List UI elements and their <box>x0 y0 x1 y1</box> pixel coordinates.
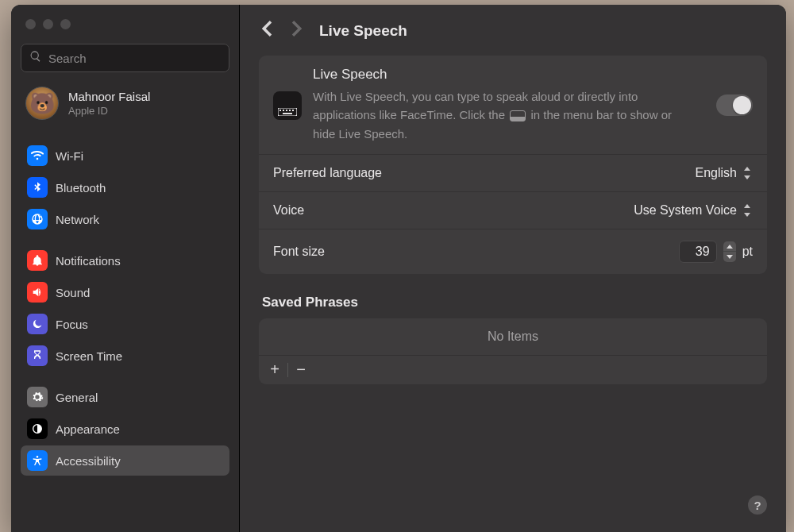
window-controls <box>21 16 229 37</box>
live-speech-toggle[interactable] <box>716 94 753 116</box>
sidebar-item-label: Network <box>56 213 99 226</box>
sidebar-item-notifications[interactable]: Notifications <box>21 245 229 276</box>
apple-id-row[interactable]: Mahnoor Faisal Apple ID <box>21 79 229 129</box>
content-area: Live Speech With Live Speech, you can ty… <box>240 56 786 403</box>
speaker-icon <box>27 282 48 303</box>
sidebar: Mahnoor Faisal Apple ID Wi-Fi Bluetooth <box>11 5 240 532</box>
sidebar-item-wifi[interactable]: Wi-Fi <box>21 141 229 171</box>
sidebar-item-screentime[interactable]: Screen Time <box>21 341 229 371</box>
voice-row[interactable]: Voice Use System Voice <box>259 192 767 229</box>
font-size-input[interactable] <box>679 241 717 263</box>
sidebar-item-sound[interactable]: Sound <box>21 277 229 307</box>
sidebar-item-label: Sound <box>56 286 90 299</box>
menubar-livespeech-icon <box>510 110 526 121</box>
minimize-window-button[interactable] <box>43 19 53 29</box>
nav-forward-button[interactable] <box>289 21 305 41</box>
sidebar-item-label: Bluetooth <box>56 181 106 195</box>
font-size-stepper[interactable] <box>723 241 736 262</box>
profile-name: Mahnoor Faisal <box>68 90 150 103</box>
settings-window: Mahnoor Faisal Apple ID Wi-Fi Bluetooth <box>11 5 786 532</box>
svg-rect-3 <box>286 110 287 111</box>
svg-rect-6 <box>283 113 292 114</box>
sidebar-item-label: Accessibility <box>56 454 121 468</box>
close-window-button[interactable] <box>25 19 36 29</box>
search-field[interactable] <box>21 44 229 72</box>
svg-rect-1 <box>279 110 281 111</box>
font-size-label: Font size <box>273 245 325 259</box>
voice-value[interactable]: Use System Voice <box>634 203 753 218</box>
saved-phrases-title: Saved Phrases <box>259 295 767 310</box>
bluetooth-icon <box>27 177 48 198</box>
sidebar-item-label: Focus <box>56 318 88 331</box>
sidebar-item-label: Notifications <box>56 254 121 268</box>
live-speech-card: Live Speech With Live Speech, you can ty… <box>259 56 767 274</box>
stepper-up[interactable] <box>723 241 736 253</box>
add-phrase-button[interactable]: + <box>265 360 284 380</box>
sidebar-group-system: General Appearance Accessibility <box>21 382 229 476</box>
stepper-down[interactable] <box>723 252 736 262</box>
sidebar-group-network: Wi-Fi Bluetooth Network <box>21 141 229 234</box>
sidebar-item-general[interactable]: General <box>21 382 229 412</box>
moon-icon <box>27 314 48 334</box>
avatar <box>25 87 59 120</box>
search-icon <box>29 50 42 66</box>
keyboard-icon <box>273 91 302 120</box>
network-icon <box>27 209 48 229</box>
search-input[interactable] <box>48 52 221 65</box>
remove-phrase-button[interactable]: − <box>291 360 310 380</box>
nav-back-button[interactable] <box>259 21 275 41</box>
chevrons-updown-icon <box>742 203 753 218</box>
wifi-icon <box>27 145 48 166</box>
sidebar-item-appearance[interactable]: Appearance <box>21 414 229 444</box>
chevrons-updown-icon <box>742 166 753 180</box>
svg-rect-0 <box>278 108 297 116</box>
sidebar-item-label: Screen Time <box>56 349 122 363</box>
hourglass-icon <box>27 345 48 366</box>
appearance-icon <box>27 418 48 439</box>
main-panel: Live Speech Live Speech With Live Speech… <box>240 5 786 532</box>
sidebar-item-label: Wi-Fi <box>56 149 83 163</box>
bell-icon <box>27 250 48 271</box>
profile-sub: Apple ID <box>68 105 150 117</box>
gear-icon <box>27 387 48 407</box>
voice-label: Voice <box>273 203 304 218</box>
svg-rect-4 <box>289 110 291 111</box>
sidebar-item-bluetooth[interactable]: Bluetooth <box>21 172 229 202</box>
preferred-language-row[interactable]: Preferred language English <box>259 155 767 192</box>
toggle-knob <box>733 96 751 114</box>
sidebar-item-focus[interactable]: Focus <box>21 309 229 339</box>
feature-title: Live Speech <box>313 67 696 83</box>
control-separator <box>287 363 288 377</box>
sidebar-item-network[interactable]: Network <box>21 204 229 234</box>
sidebar-item-label: Appearance <box>56 422 120 436</box>
accessibility-icon <box>27 450 48 471</box>
feature-description: With Live Speech, you can type to speak … <box>313 87 696 143</box>
preferred-language-label: Preferred language <box>273 166 382 180</box>
page-title: Live Speech <box>319 22 407 40</box>
sidebar-item-accessibility[interactable]: Accessibility <box>21 445 229 476</box>
titlebar: Live Speech <box>240 5 786 56</box>
font-size-row: Font size pt <box>259 229 767 274</box>
font-size-unit: pt <box>742 245 753 259</box>
sidebar-item-label: General <box>56 391 98 404</box>
svg-rect-2 <box>283 110 284 111</box>
saved-phrases-empty: No Items <box>259 318 767 356</box>
svg-rect-5 <box>292 110 294 111</box>
help-button[interactable]: ? <box>748 495 767 515</box>
preferred-language-value[interactable]: English <box>696 166 753 180</box>
feature-toggle-row: Live Speech With Live Speech, you can ty… <box>259 56 767 155</box>
sidebar-group-attention: Notifications Sound Focus Screen Time <box>21 245 229 371</box>
saved-phrases-section: Saved Phrases No Items + − <box>259 295 767 384</box>
saved-phrases-card: No Items + − <box>259 318 767 384</box>
saved-phrases-controls: + − <box>259 356 767 384</box>
fullscreen-window-button[interactable] <box>60 19 71 29</box>
